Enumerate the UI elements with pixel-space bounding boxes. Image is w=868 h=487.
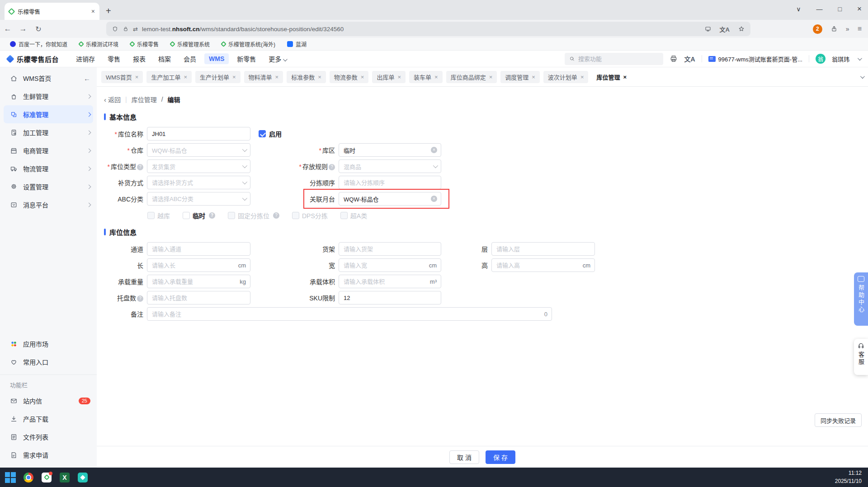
sidebar-collapse-icon[interactable]: ← (84, 75, 90, 82)
shield-icon[interactable] (112, 26, 118, 33)
cancel-button[interactable]: 取 消 (449, 450, 479, 464)
tab-material-list[interactable]: 物料清单× (244, 71, 283, 83)
sync-fail-records-button[interactable]: 同步失败记录 (815, 413, 862, 427)
tab-logistics-params[interactable]: 物流参数× (330, 71, 369, 83)
chevron-down-icon[interactable] (858, 56, 862, 61)
bookmark-item[interactable]: 乐檬零售 (130, 40, 159, 48)
tab-list-dropdown-icon[interactable] (860, 74, 865, 79)
help-icon[interactable]: ? (209, 212, 215, 219)
nav-item-inventory[interactable]: 进销存 (71, 52, 99, 65)
customer-service-widget[interactable]: 客服 (854, 339, 868, 375)
extensions-overflow-icon[interactable]: » (846, 25, 849, 33)
sku-input[interactable] (339, 291, 441, 304)
share-icon[interactable] (830, 25, 838, 33)
name-input[interactable] (147, 127, 250, 140)
abc-select[interactable] (147, 192, 250, 206)
tab-outbound-order[interactable]: 出库单× (372, 71, 406, 83)
replenish-select[interactable] (147, 176, 250, 189)
width-input[interactable] (339, 258, 441, 272)
sidebar-item-wms-home[interactable]: WMS首页 ← (0, 69, 97, 87)
sidebar-item-ecommerce[interactable]: 电商管理 (0, 141, 97, 159)
close-icon[interactable]: × (232, 74, 236, 80)
weight-input[interactable] (147, 275, 250, 288)
tab-dispatch[interactable]: 调度管理× (500, 71, 540, 83)
checkbox[interactable] (147, 212, 155, 219)
remark-input[interactable] (147, 307, 552, 321)
pick-order-input[interactable] (339, 176, 441, 189)
bookmark-star-icon[interactable] (738, 25, 745, 33)
taskbar-clock[interactable]: 11:12 2025/11/10 (835, 469, 862, 485)
dock-input[interactable] (339, 192, 441, 206)
checkbox-fixed-pick[interactable]: 固定分拣位? (228, 211, 279, 220)
close-icon[interactable]: × (580, 74, 584, 80)
browser-tab[interactable]: 乐檬零售 × (5, 3, 99, 20)
volume-input[interactable] (339, 275, 441, 288)
address-bar[interactable]: ⇄ lemon-test.nhsoft.cn/wms/standard/basi… (106, 22, 750, 36)
start-button[interactable] (5, 472, 16, 483)
lock-icon[interactable] (123, 26, 129, 32)
reload-button[interactable]: ↻ (31, 25, 46, 33)
breadcrumb-parent[interactable]: 库位管理 (132, 95, 157, 104)
forward-button[interactable]: → (15, 24, 31, 33)
nav-item-retail[interactable]: 零售 (103, 52, 125, 65)
nav-item-archives[interactable]: 档案 (154, 52, 175, 65)
close-icon[interactable]: × (275, 74, 279, 80)
translate-icon[interactable]: 文A (720, 25, 730, 33)
layer-input[interactable] (491, 242, 595, 256)
tab-production-plan[interactable]: 生产计划单× (195, 71, 241, 83)
tab-position-binding[interactable]: 库位商品绑定× (446, 71, 497, 83)
search-input[interactable] (578, 56, 659, 62)
close-icon[interactable]: × (318, 74, 321, 80)
sidebar-item-app-market[interactable]: 应用市场 (0, 335, 97, 353)
type-select[interactable] (147, 159, 250, 173)
close-icon[interactable]: × (434, 74, 438, 80)
sidebar-item-message[interactable]: 消息平台 (0, 196, 97, 214)
clear-icon[interactable]: × (431, 196, 437, 202)
send-to-device-icon[interactable] (704, 25, 712, 33)
site-permissions-icon[interactable]: ⇄ (133, 26, 138, 33)
checkbox[interactable] (183, 212, 190, 219)
sidebar-item-file-list[interactable]: 文件列表 (0, 428, 97, 446)
enable-checkbox[interactable] (259, 130, 266, 137)
taskbar-chrome[interactable] (23, 472, 34, 483)
function-search[interactable] (565, 53, 663, 65)
channel-input[interactable] (147, 242, 250, 256)
avatar[interactable]: 翁 (816, 54, 826, 64)
close-icon[interactable]: × (361, 74, 364, 80)
sidebar-item-logistics[interactable]: 物流管理 (0, 159, 97, 178)
language-icon[interactable]: 文A (684, 54, 695, 63)
clear-icon[interactable]: × (431, 147, 437, 153)
browser-dropdown-icon[interactable]: ∨ (796, 5, 801, 13)
close-button[interactable]: × (857, 5, 862, 14)
taskbar-lemon-app[interactable] (41, 472, 52, 483)
shelf-input[interactable] (339, 242, 441, 256)
nav-item-members[interactable]: 会员 (179, 52, 201, 65)
sidebar-item-settings[interactable]: 设置管理 (0, 178, 97, 196)
length-input[interactable] (147, 258, 250, 272)
browser-menu-icon[interactable]: ≡ (858, 25, 862, 33)
checkbox[interactable] (292, 212, 299, 219)
sidebar-item-processing[interactable]: 加工管理 (0, 123, 97, 141)
tab-wms-home[interactable]: WMS首页× (101, 71, 143, 83)
help-icon[interactable]: ? (137, 295, 143, 302)
checkbox[interactable] (340, 212, 348, 219)
bookmark-item[interactable]: 乐檬管理系统(海外) (222, 40, 275, 48)
help-center-widget[interactable]: 帮助中心 (854, 272, 868, 326)
tab-standard-params[interactable]: 标准参数× (287, 71, 326, 83)
bookmark-item[interactable]: 蓝湖 (287, 40, 307, 48)
enable-checkbox-wrap[interactable]: 启用 (259, 129, 282, 138)
sidebar-item-product-download[interactable]: 产品下载 (0, 410, 97, 428)
nav-item-new-retail[interactable]: 新零售 (232, 52, 260, 65)
pallets-input[interactable] (147, 291, 250, 304)
tab-close-icon[interactable]: × (91, 8, 95, 15)
warehouse-select[interactable] (147, 143, 250, 157)
sidebar-item-request[interactable]: 需求申请 (0, 446, 97, 464)
help-icon[interactable]: ? (329, 164, 335, 170)
checkbox-dps-pick[interactable]: DPS分拣 (292, 211, 328, 220)
minimize-button[interactable]: — (816, 5, 823, 13)
close-icon[interactable]: × (397, 74, 401, 80)
nav-item-wms[interactable]: WMS (204, 53, 229, 64)
rule-select[interactable] (339, 159, 441, 173)
help-icon[interactable]: ? (273, 212, 279, 219)
sidebar-item-favorites[interactable]: 常用入口 (0, 353, 97, 371)
